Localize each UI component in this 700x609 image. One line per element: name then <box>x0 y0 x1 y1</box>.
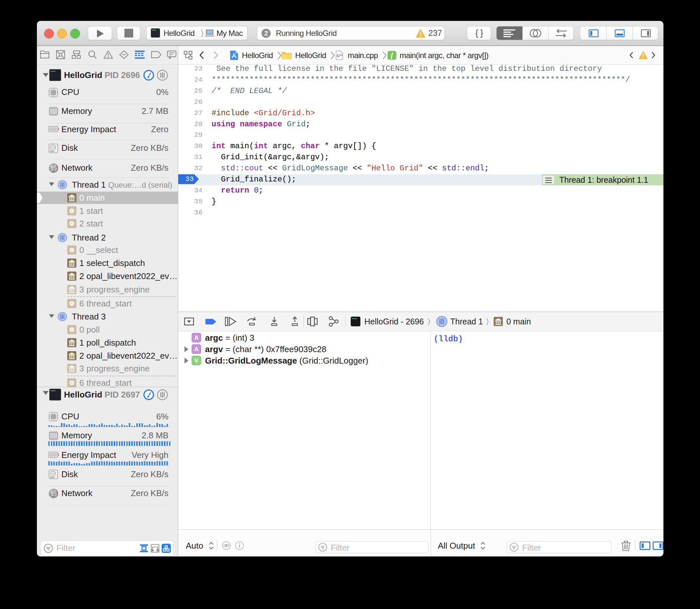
svg-text:++: ++ <box>340 53 343 57</box>
